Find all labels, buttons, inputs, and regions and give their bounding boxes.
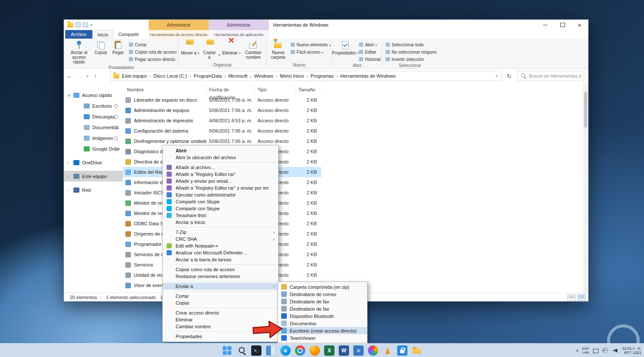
context-menu-item[interactable]: Añadir a "Registry Editor.rar" [163,171,278,178]
chrome-icon[interactable] [295,345,305,356]
new-item-button[interactable]: Nuevo elemento [291,42,331,48]
breadcrumb-item[interactable]: Disco Local (C:) [153,73,194,79]
select-all-button[interactable]: Seleccionar todo [386,42,437,48]
breadcrumb-item[interactable]: Windows [254,73,280,79]
move-to-button[interactable]: Mover a [180,39,200,55]
tab-herramientas-acceso-directo[interactable]: Herramientas de acceso directo [149,30,209,39]
pin-to-quick-access-button[interactable]: Anclar al acceso rápido [66,39,92,64]
delete-button[interactable]: Eliminar [221,39,242,55]
store-icon[interactable] [397,345,407,356]
breadcrumb-item[interactable]: Programas [310,73,340,79]
context-menu-item[interactable]: Añadir al archivo... [163,164,278,171]
tab-compartir[interactable]: Compartir [113,30,143,39]
breadcrumb-item[interactable]: Herramientas de Windows [340,73,396,79]
icons-view-button[interactable] [577,294,586,301]
context-menu-item[interactable]: Copiar como ruta de acceso [163,266,278,273]
minimize-button[interactable] [537,20,554,30]
copy-path-button[interactable]: Copiar ruta de acceso [129,49,177,55]
paste-shortcut-button[interactable]: Pegar acceso directo [129,56,177,62]
details-view-button[interactable] [568,294,576,301]
refresh-button[interactable] [504,71,514,81]
back-button[interactable] [64,71,74,81]
easy-access-button[interactable]: Fácil acceso [291,49,331,55]
context-menu-item[interactable]: Ejecutar como administrador [163,191,278,198]
submenu-item[interactable]: Documentos [278,320,367,327]
address-bar[interactable]: Este equipoDisco Local (C:)ProgramDataMi… [110,71,502,81]
chevron-icon[interactable]: ∨ [67,93,73,97]
submenu-item[interactable]: Destinatario de fax [278,305,367,312]
file-row[interactable]: Configuración del sistema 5/06/2021 7:06… [123,126,321,136]
context-menu-item[interactable]: Terashare this! [163,212,278,219]
context-menu-item[interactable]: Anclar a Inicio [163,219,278,226]
cut-button[interactable]: Cortar [129,42,177,48]
open-button[interactable]: Abrir [359,42,380,48]
copy-to-button[interactable]: Copiar a [200,39,221,60]
edge-icon[interactable]: e [280,345,291,356]
context-menu-item[interactable]: Restaurar versiones anteriores [163,273,278,280]
vlc-icon[interactable] [383,345,393,356]
context-menu-item[interactable]: Añadir a "Registry Editor.rar" y enviar … [163,185,278,191]
file-explorer-icon[interactable] [412,345,422,356]
breadcrumb-item[interactable]: Microsoft [228,73,254,79]
column-header[interactable]: Tamaño [296,86,320,94]
tab-archivo[interactable]: Archivo [65,30,92,39]
submenu-item[interactable]: Destinatario de correo [278,290,367,298]
invert-selection-button[interactable]: Invertir selección [386,56,437,62]
chevron-icon[interactable]: › [67,188,73,192]
todo-icon[interactable]: ≡ [353,345,364,356]
context-menu-item[interactable]: Crear acceso directo [163,309,278,316]
file-row[interactable]: Administración de equipos 5/06/2021 7:06… [123,105,321,115]
new-folder-button[interactable]: Nueva carpeta [268,39,289,60]
context-menu-item[interactable]: Compartir con Skype [163,198,278,205]
sidebar-item[interactable]: › Este equipo [64,171,123,182]
widgets-icon[interactable] [266,345,276,356]
sidebar-item[interactable]: › OneDrive [64,157,123,168]
search-button[interactable] [237,345,247,356]
sidebar-item[interactable]: › Red [64,185,123,195]
tab-inicio[interactable]: Inicio [92,30,114,39]
sidebar-item[interactable]: Imágenes [64,133,123,143]
context-menu-item[interactable]: Enviar a [163,283,278,290]
excel-icon[interactable]: X [324,345,334,356]
close-button[interactable] [571,20,588,30]
chevron-icon[interactable]: › [67,160,73,165]
sidebar-item[interactable]: ∨ Acceso rápido [64,90,123,100]
word-icon[interactable]: W [339,345,349,356]
column-header[interactable]: Fecha de modificación [207,86,255,94]
context-menu-item[interactable]: CRC SHA [163,236,278,242]
context-menu-item[interactable]: Abrir la ubicación del archivo [163,154,278,161]
context-menu-item[interactable]: Cortar [163,293,278,300]
scrollbar-thumb[interactable] [584,92,587,127]
breadcrumb-item[interactable]: Menú Inicio [280,73,311,79]
properties-quick-icon[interactable] [76,22,81,27]
up-button[interactable] [90,71,100,81]
column-header[interactable]: Nombre [123,86,207,94]
context-menu-item[interactable]: 7-Zip [163,229,278,236]
properties-button[interactable]: Propiedades [334,39,357,55]
submenu-item[interactable]: TeamViewer [278,334,367,342]
language-indicator[interactable]: ESP LAA [582,347,589,354]
sidebar-item[interactable]: Documentos [64,122,123,133]
sidebar-item[interactable]: Descargas [64,111,123,122]
context-menu-item[interactable]: Abrir [163,147,278,154]
chevron-icon[interactable]: › [67,174,73,178]
context-menu-item[interactable]: Añadir y enviar por email... [163,178,278,185]
breadcrumb-item[interactable]: ProgramData [194,73,228,79]
sidebar-item[interactable]: Escritorio [64,100,123,111]
edit-button[interactable]: Editar [359,49,380,55]
photos-icon[interactable] [368,345,378,356]
copy-button[interactable]: Copiar [92,39,109,55]
tab-herramientas-aplicacion[interactable]: Herramientas de aplicación [209,30,269,39]
rename-button[interactable]: Cambiar nombre [242,39,265,60]
sidebar-item[interactable]: Google Drive [64,143,123,154]
hidden-icons-chevron-icon[interactable] [576,348,579,353]
context-menu-item[interactable]: Compartir con Skype [163,205,278,212]
submenu-item[interactable]: Dispositivo Bluetooth [278,312,367,320]
address-history-chevron-icon[interactable] [492,74,501,78]
history-button[interactable]: Historial [359,56,380,62]
start-button[interactable] [222,345,232,356]
recent-locations-chevron-icon[interactable] [85,71,90,81]
new-folder-quick-icon[interactable] [83,22,88,27]
column-header[interactable]: Tipo [255,86,296,94]
terminal-icon[interactable]: >_ [251,345,261,356]
